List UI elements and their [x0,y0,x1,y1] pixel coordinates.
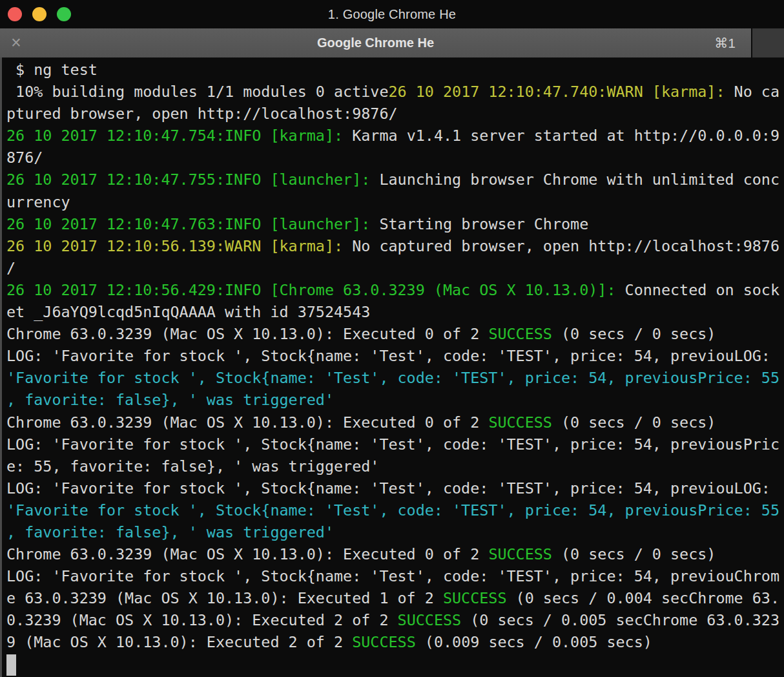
terminal-line: LOG: 'Favorite for stock ', Stock{name: … [6,477,784,499]
terminal-text-segment: 26 10 2017 12:10:47.754:INFO [karma]: [6,127,352,145]
terminal-line: , favorite: false}, ' was triggered' [6,521,784,543]
terminal-text-segment: SUCCESS [352,633,416,651]
terminal-text-segment: e 63.0.3239 (Mac OS X 10.13.0): Executed… [6,589,443,607]
terminal-text-segment: Chrome 63.0.3239 (Mac OS X 10.13.0): Exe… [6,413,488,432]
terminal-text-segment: Karma v1.4.1 server started at http://0.… [352,127,779,145]
terminal-output[interactable]: $ ng test 10% building modules 1/1 modul… [0,57,784,677]
terminal-text-segment: 26 10 2017 12:10:56.139:WARN [karma]: [6,237,352,255]
terminal-text-segment: No ca [734,83,779,101]
terminal-line: e 63.0.3239 (Mac OS X 10.13.0): Executed… [6,587,784,609]
terminal-text-segment: SUCCESS [488,325,552,343]
terminal-line: , favorite: false}, ' was triggered' [6,389,784,411]
terminal-text-segment: 26 10 2017 12:10:47.755:INFO [launcher]: [6,171,379,189]
terminal-line: ptured browser, open http://localhost:98… [6,103,784,125]
terminal-line: 26 10 2017 12:10:56.139:WARN [karma]: No… [6,235,784,257]
terminal-line: 'Favorite for stock ', Stock{name: 'Test… [6,499,784,521]
terminal-window: 1. Google Chrome He × Google Chrome He ⌘… [0,0,784,677]
terminal-line: Chrome 63.0.3239 (Mac OS X 10.13.0): Exe… [6,543,784,565]
terminal-text-segment: urrency [6,193,70,211]
terminal-line: LOG: 'Favorite for stock ', Stock{name: … [6,565,784,587]
terminal-text-segment: LOG: 'Favorite for stock ', Stock{name: … [6,479,770,497]
terminal-text-segment: (0 secs / 0.005 secChrome 63.0.323 [461,611,779,629]
terminal-cursor-row [6,654,784,676]
terminal-text-segment: LOG: 'Favorite for stock ', Stock{name: … [6,567,779,585]
terminal-text-segment: (0 secs / 0 secs) [552,413,716,432]
terminal-tab[interactable]: × Google Chrome He ⌘1 [0,28,751,57]
terminal-text-segment: SUCCESS [443,589,507,607]
terminal-text-segment: et _J6aYQ9lcqd5nIqQAAAA with id 37524543 [6,303,370,321]
close-button[interactable] [8,7,22,21]
terminal-line: urrency [6,191,784,213]
minimize-button[interactable] [32,7,46,21]
terminal-line: Chrome 63.0.3239 (Mac OS X 10.13.0): Exe… [6,411,784,433]
terminal-line: Chrome 63.0.3239 (Mac OS X 10.13.0): Exe… [6,323,784,345]
terminal-text-segment: SUCCESS [488,413,552,432]
terminal-line: 10% building modules 1/1 modules 0 activ… [6,81,784,103]
terminal-text-segment: 9 (Mac OS X 10.13.0): Executed 2 of 2 [6,633,352,651]
terminal-line: 26 10 2017 12:10:56.429:INFO [Chrome 63.… [6,279,784,301]
terminal-line: e: 55, favorite: false}, ' was triggered… [6,455,784,477]
terminal-line: 'Favorite for stock ', Stock{name: 'Test… [6,367,784,389]
terminal-text-segment: LOG: 'Favorite for stock ', Stock{name: … [6,435,779,453]
terminal-text-segment: / [6,259,15,277]
terminal-text-segment: 10% building modules 1/1 modules 0 activ… [6,83,388,101]
terminal-cursor [6,654,16,676]
terminal-text-segment: Connected on sock [625,281,779,299]
terminal-text-segment: 26 10 2017 12:10:47.763:INFO [launcher]: [6,215,379,233]
terminal-line: 26 10 2017 12:10:47.763:INFO [launcher]:… [6,213,784,235]
terminal-text-segment: No captured browser, open http://localho… [352,237,779,255]
terminal-text-segment: Chrome 63.0.3239 (Mac OS X 10.13.0): Exe… [6,545,488,563]
terminal-line: / [6,257,784,279]
window-title: 1. Google Chrome He [328,7,456,22]
tab-title: Google Chrome He [317,36,434,50]
terminal-line: 876/ [6,147,784,169]
terminal-text-segment: Chrome 63.0.3239 (Mac OS X 10.13.0): Exe… [6,325,488,343]
terminal-text-segment: Launching browser Chrome with unlimited … [379,171,779,189]
terminal-line: 26 10 2017 12:10:47.754:INFO [karma]: Ka… [6,125,784,147]
tab-close-icon[interactable]: × [11,28,21,57]
terminal-text-segment: e: 55, favorite: false}, ' was triggered… [6,457,379,475]
terminal-text-segment: SUCCESS [398,611,462,629]
terminal-text-segment: (0 secs / 0 secs) [552,545,716,563]
terminal-text-segment: $ ng test [6,61,98,79]
terminal-text-segment: 26 10 2017 12:10:47.740:WARN [karma]: [388,83,734,101]
terminal-text-segment: 876/ [6,149,43,167]
tab-shortcut-label: ⌘1 [714,28,736,57]
terminal-line: LOG: 'Favorite for stock ', Stock{name: … [6,433,784,455]
terminal-line: $ ng test [6,59,784,81]
terminal-text-segment: 'Favorite for stock ', Stock{name: 'Test… [6,369,779,387]
terminal-text-segment: , favorite: false}, ' was triggered' [6,523,334,541]
terminal-line: et _J6aYQ9lcqd5nIqQAAAA with id 37524543 [6,301,784,323]
zoom-button[interactable] [57,7,71,21]
terminal-line: LOG: 'Favorite for stock ', Stock{name: … [6,345,784,367]
terminal-text-segment: (0.009 secs / 0.005 secs) [416,633,652,651]
terminal-line: 9 (Mac OS X 10.13.0): Executed 2 of 2 SU… [6,631,784,653]
traffic-light-group [8,0,71,28]
terminal-line: 0.3239 (Mac OS X 10.13.0): Executed 2 of… [6,609,784,631]
window-titlebar: 1. Google Chrome He [0,0,784,28]
tab-bar: × Google Chrome He ⌘1 [0,28,784,57]
terminal-line: 26 10 2017 12:10:47.755:INFO [launcher]:… [6,169,784,191]
terminal-text-segment: 'Favorite for stock ', Stock{name: 'Test… [6,501,779,519]
terminal-text-segment: , favorite: false}, ' was triggered' [6,391,334,409]
terminal-text-segment: SUCCESS [488,545,552,563]
terminal-text-segment: LOG: 'Favorite for stock ', Stock{name: … [6,347,770,365]
terminal-text-segment: 0.3239 (Mac OS X 10.13.0): Executed 2 of… [6,611,398,629]
terminal-text-segment: Starting browser Chrome [379,215,588,233]
tab-bar-empty-area [752,28,784,57]
terminal-text-segment: (0 secs / 0.004 secChrome 63. [507,589,779,607]
terminal-text-segment: 26 10 2017 12:10:56.429:INFO [Chrome 63.… [6,281,625,299]
terminal-text-segment: ptured browser, open http://localhost:98… [6,105,398,123]
terminal-text-segment: (0 secs / 0 secs) [552,325,716,343]
